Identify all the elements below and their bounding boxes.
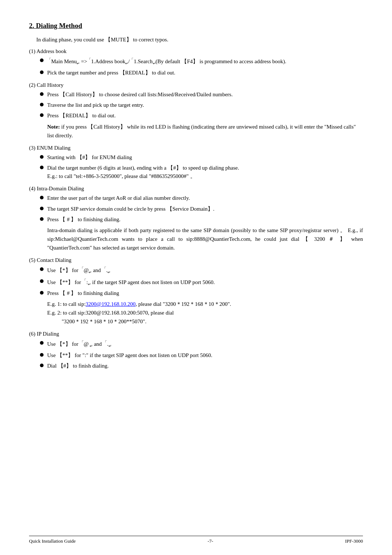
list-item: Press 【 # 】 to finishing dialing <box>40 289 363 297</box>
note-label: Note: <box>47 124 60 130</box>
bullet-text: The target SIP service domain could be c… <box>47 205 363 213</box>
list-item: Use 【**】 for 「:↵ if the target SIP agent… <box>40 278 363 287</box>
bullet-icon <box>40 267 44 271</box>
bullet-text: Use 【**】 for 「:↵ if the target SIP agent… <box>47 278 363 287</box>
bullet-icon <box>40 103 44 106</box>
bullet-icon <box>40 155 44 159</box>
section-title-5: (5) Contact Dialing <box>29 257 363 263</box>
bullet-icon <box>40 58 44 62</box>
section-title-6: (6) IP Dialing <box>29 331 363 337</box>
section-title-2: (2) Call History <box>29 82 363 88</box>
note-block: Note: if you press 【Call History】 while … <box>47 122 363 140</box>
list-item: Dial the target number (6 digits at leas… <box>40 164 363 181</box>
bullet-text: Press 【Call History】 to choose desired c… <box>47 90 363 99</box>
bullet-text: Enter the user part of the target AoR or… <box>47 194 363 202</box>
contact-sub3: "3200＊192＊168＊10＊200**5070". <box>62 317 363 326</box>
bullet-text: Use 【**】 for ":" if the target SIP agent… <box>47 351 363 360</box>
bullet-text: Dial 【#】 to finish dialing. <box>47 362 363 370</box>
list-item: Starting with 【#】 for ENUM dialing <box>40 153 363 162</box>
list-item: Pick the target number and press 【REDIAL… <box>40 69 363 77</box>
bullet-text: Starting with 【#】 for ENUM dialing <box>47 153 363 162</box>
list-item: Press 【Call History】 to choose desired c… <box>40 90 363 99</box>
section-contact-dialing: (5) Contact Dialing Use 【*】 for 「@↵ and … <box>29 257 363 326</box>
bullet-text: Press 【REDIAL】 to dial out. <box>47 112 363 120</box>
sip-link[interactable]: 3200@192.168.10.200 <box>86 301 136 307</box>
list-item: Use 【**】 for ":" if the target SIP agent… <box>40 351 363 360</box>
intra-domain-bullets: Enter the user part of the target AoR or… <box>40 194 363 224</box>
intra-domain-para: Intra-domain dialing is applicable if bo… <box>47 226 363 252</box>
bullet-icon <box>40 207 44 210</box>
section-ip-dialing: (6) IP Dialing Use 【*】 for 「@ ↵ and 「.↵ … <box>29 331 363 370</box>
section-address-book: (1) Address book 「Main Menu↵ =>「1.Addres… <box>29 48 363 77</box>
bullet-icon <box>40 196 44 199</box>
enum-bullets: Starting with 【#】 for ENUM dialing Dial … <box>40 153 363 181</box>
list-item: The target SIP service domain could be c… <box>40 205 363 213</box>
section-call-history: (2) Call History Press 【Call History】 to… <box>29 82 363 140</box>
section-intra-domain: (4) Intra-Domain Dialing Enter the user … <box>29 186 363 252</box>
section-title-1: (1) Address book <box>29 48 363 54</box>
ip-dialing-bullets: Use 【*】 for 「@ ↵ and 「.↵ Use 【**】 for ":… <box>40 339 363 370</box>
section-title-3: (3) ENUM Dialing <box>29 145 363 151</box>
footer-right: IPF-3000 <box>345 538 363 544</box>
bullet-icon <box>40 291 44 295</box>
list-item: Enter the user part of the target AoR or… <box>40 194 363 202</box>
bullet-icon <box>40 364 44 367</box>
bullet-text: Pick the target number and press 【REDIAL… <box>47 69 363 77</box>
page-footer: Quick Installation Guide -7- IPF-3000 <box>29 536 363 544</box>
bullet-icon <box>40 353 44 357</box>
bullet-icon <box>40 341 44 345</box>
list-item: Use 【*】 for 「@↵ and 「.↵ <box>40 266 363 275</box>
bullet-text: Use 【*】 for 「@ ↵ and 「.↵ <box>47 339 363 349</box>
bullet-icon <box>40 92 44 96</box>
section-title-4: (4) Intra-Domain Dialing <box>29 186 363 192</box>
bullet-text: Traverse the list and pick up the target… <box>47 101 363 109</box>
bullet-text: 「Main Menu↵ =>「1.Address book↵/「1.Search… <box>47 57 363 66</box>
intro-text: In dialing phase, you could use 【MUTE】 t… <box>36 36 363 43</box>
list-item: Use 【*】 for 「@ ↵ and 「.↵ <box>40 339 363 349</box>
bullet-text: Press 【 # 】 to finishing dialing. <box>47 215 363 224</box>
bullet-icon <box>40 217 44 221</box>
page-title: 2. Dialing Method <box>29 22 363 30</box>
list-item: Dial 【#】 to finish dialing. <box>40 362 363 370</box>
list-item: Traverse the list and pick up the target… <box>40 101 363 109</box>
footer-center: -7- <box>208 538 213 544</box>
contact-dialing-bullets: Use 【*】 for 「@↵ and 「.↵ Use 【**】 for 「:↵… <box>40 266 363 297</box>
section-enum-dialing: (3) ENUM Dialing Starting with 【#】 for E… <box>29 145 363 181</box>
address-book-bullets: 「Main Menu↵ =>「1.Address book↵/「1.Search… <box>40 57 363 77</box>
footer-left: Quick Installation Guide <box>29 538 76 544</box>
bullet-icon <box>40 166 44 169</box>
bullet-text: Use 【*】 for 「@↵ and 「.↵ <box>47 266 363 275</box>
bullet-icon <box>40 70 44 74</box>
contact-sub2: E.g. 2: to call sip:3200@192.168.10.200:… <box>47 308 363 317</box>
bullet-text: Dial the target number (6 digits at leas… <box>47 164 363 181</box>
list-item: Press 【REDIAL】 to dial out. <box>40 112 363 120</box>
call-history-bullets: Press 【Call History】 to choose desired c… <box>40 90 363 120</box>
list-item: Press 【 # 】 to finishing dialing. <box>40 215 363 224</box>
contact-sub1: E.g. 1: to call sip:3200@192.168.10.200,… <box>47 300 363 308</box>
bullet-icon <box>40 113 44 117</box>
bullet-text: Press 【 # 】 to finishing dialing <box>47 289 363 297</box>
bullet-icon <box>40 279 44 283</box>
list-item: 「Main Menu↵ =>「1.Address book↵/「1.Search… <box>40 57 363 66</box>
